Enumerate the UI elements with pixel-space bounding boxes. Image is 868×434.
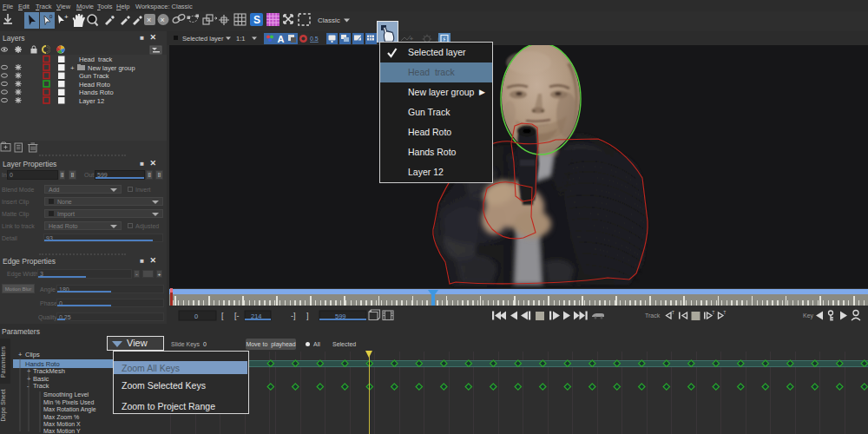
svg-text:T: T: [724, 311, 727, 315]
svg-text:[-: [-: [234, 312, 240, 320]
svg-text:Min % Pixels Used: Min % Pixels Used: [43, 399, 94, 405]
svg-text:Hands Roto: Hands Roto: [79, 89, 114, 96]
svg-text:+: +: [18, 351, 23, 358]
svg-text:×: ×: [161, 16, 165, 24]
svg-text:x: x: [111, 14, 114, 19]
svg-text:[: [: [221, 312, 224, 320]
svg-text:S: S: [253, 14, 260, 26]
svg-text:0: 0: [194, 312, 198, 320]
svg-text:+: +: [64, 13, 69, 21]
svg-text:T: T: [672, 311, 674, 315]
svg-text:Smoothing Level: Smoothing Level: [43, 391, 89, 398]
svg-text:-]: -]: [291, 312, 296, 320]
svg-text:Selected layer: Selected layer: [182, 35, 224, 43]
svg-text:-: -: [27, 382, 30, 390]
svg-text:599: 599: [335, 312, 346, 320]
svg-text:Classic: Classic: [318, 16, 340, 24]
svg-text:Layer 12: Layer 12: [79, 97, 104, 105]
svg-text:Head track: Head track: [79, 56, 113, 63]
svg-text:Clips: Clips: [25, 351, 40, 358]
svg-text:Track: Track: [645, 312, 661, 319]
svg-text:×: ×: [147, 16, 151, 24]
svg-text:✦: ✦: [409, 36, 414, 42]
svg-text:]: ]: [306, 312, 309, 320]
svg-text:Track: Track: [33, 382, 49, 390]
svg-text:1:1: 1:1: [236, 35, 245, 43]
svg-text:Max Motion Y: Max Motion Y: [43, 428, 81, 434]
svg-text:Max Rotation Angle: Max Rotation Angle: [43, 406, 96, 413]
svg-text:Head Roto: Head Roto: [79, 81, 110, 89]
svg-text:Gun Track: Gun Track: [79, 72, 109, 80]
svg-text:214: 214: [251, 312, 262, 320]
svg-text:+: +: [70, 64, 75, 72]
svg-text:Max Motion X: Max Motion X: [43, 421, 81, 427]
svg-text:0.5: 0.5: [310, 36, 319, 42]
svg-text:Max Zoom %: Max Zoom %: [43, 414, 79, 420]
svg-text:A: A: [278, 34, 285, 44]
svg-text:Key: Key: [803, 312, 814, 319]
svg-text:New layer group: New layer group: [88, 64, 135, 72]
svg-text:T: T: [713, 311, 715, 315]
